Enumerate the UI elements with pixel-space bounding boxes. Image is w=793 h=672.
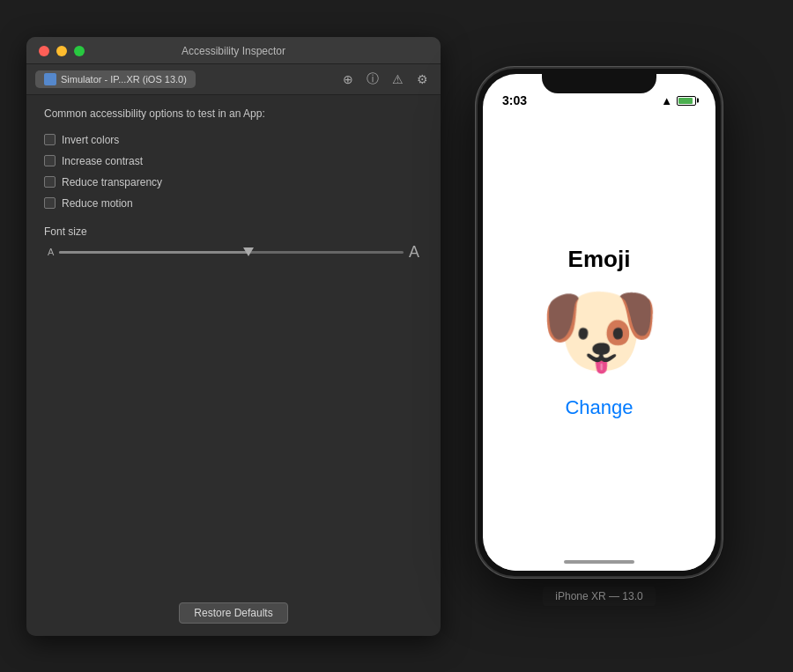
simulator-tab-label: Simulator - IP...XR (iOS 13.0) bbox=[61, 74, 187, 85]
description-text: Common accessibility options to test in … bbox=[44, 107, 423, 120]
app-title: Emoji bbox=[568, 246, 631, 273]
wifi-icon: ▲ bbox=[661, 94, 672, 107]
slider-rail bbox=[59, 251, 404, 254]
home-bar bbox=[564, 560, 634, 564]
phone-notch bbox=[542, 69, 656, 93]
window-title: Accessibility Inspector bbox=[182, 45, 285, 57]
minimize-button[interactable] bbox=[56, 46, 67, 56]
slider-fill bbox=[59, 251, 248, 254]
emoji-display: 🐶 bbox=[539, 282, 660, 379]
battery-fill bbox=[678, 98, 693, 104]
simulator-icon bbox=[44, 73, 56, 85]
inspector-window: Accessibility Inspector Simulator - IP..… bbox=[26, 37, 441, 636]
phone-screen: 3:03 ▲ Emoji 🐶 Change bbox=[483, 74, 715, 571]
font-size-small-a: A bbox=[48, 247, 54, 257]
phone-frame: 3:03 ▲ Emoji 🐶 Change bbox=[476, 67, 723, 578]
status-time: 3:03 bbox=[502, 93, 527, 107]
increase-contrast-checkbox[interactable] bbox=[44, 155, 56, 166]
font-size-label: Font size bbox=[44, 225, 423, 238]
reduce-transparency-checkbox[interactable] bbox=[44, 176, 56, 188]
titlebar: Accessibility Inspector bbox=[26, 37, 441, 64]
inspector-content: Common accessibility options to test in … bbox=[26, 95, 441, 594]
warning-icon[interactable]: ⚠ bbox=[388, 70, 407, 89]
font-size-section: Font size A A bbox=[44, 225, 423, 262]
close-button[interactable] bbox=[39, 46, 49, 56]
slider-thumb[interactable] bbox=[243, 247, 254, 256]
settings-icon[interactable]: ⚙ bbox=[412, 70, 432, 89]
app-content: Emoji 🐶 Change bbox=[483, 113, 715, 553]
status-icons: ▲ bbox=[661, 94, 696, 107]
info-icon[interactable]: ⓘ bbox=[363, 70, 382, 89]
reduce-motion-label: Reduce motion bbox=[62, 197, 133, 210]
reduce-motion-row[interactable]: Reduce motion bbox=[44, 197, 423, 210]
font-size-slider[interactable] bbox=[59, 243, 404, 261]
simulator-tab[interactable]: Simulator - IP...XR (iOS 13.0) bbox=[35, 70, 196, 88]
battery-tip bbox=[697, 99, 699, 103]
increase-contrast-row[interactable]: Increase contrast bbox=[44, 155, 423, 167]
toolbar: Simulator - IP...XR (iOS 13.0) ⊕ ⓘ ⚠ ⚙ bbox=[26, 64, 441, 95]
invert-colors-label: Invert colors bbox=[62, 134, 119, 146]
inspector-footer: Restore Defaults bbox=[26, 594, 441, 636]
phone-area: 3:03 ▲ Emoji 🐶 Change iPhone XR — 13.0 bbox=[476, 67, 723, 606]
restore-defaults-button[interactable]: Restore Defaults bbox=[179, 602, 287, 624]
invert-colors-checkbox[interactable] bbox=[44, 134, 56, 145]
maximize-button[interactable] bbox=[74, 46, 85, 56]
increase-contrast-label: Increase contrast bbox=[62, 155, 143, 167]
reduce-transparency-row[interactable]: Reduce transparency bbox=[44, 176, 423, 188]
invert-colors-row[interactable]: Invert colors bbox=[44, 134, 423, 146]
change-button[interactable]: Change bbox=[565, 396, 633, 419]
home-indicator bbox=[483, 553, 715, 571]
phone-label: iPhone XR — 13.0 bbox=[543, 587, 655, 606]
reduce-motion-checkbox[interactable] bbox=[44, 197, 56, 209]
font-size-large-a: A bbox=[409, 243, 419, 262]
target-icon[interactable]: ⊕ bbox=[338, 70, 358, 89]
battery-icon bbox=[677, 96, 696, 106]
reduce-transparency-label: Reduce transparency bbox=[62, 176, 162, 188]
font-size-slider-container: A A bbox=[44, 243, 423, 262]
